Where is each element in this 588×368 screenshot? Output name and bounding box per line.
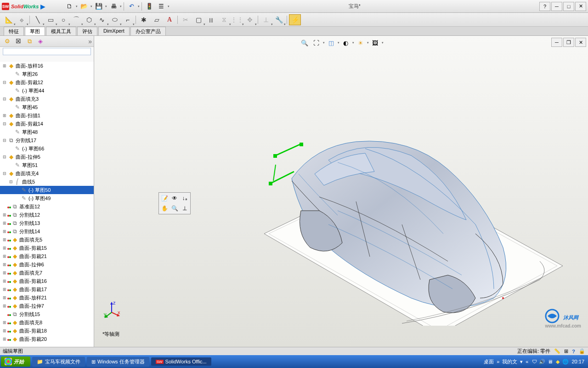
feature-tree[interactable]: ⊞◆曲面-放样16✎草图26⊟◆曲面-剪裁12✎(-) 草图44⊟◆曲面填充3✎… (0, 62, 94, 347)
tray-desktop-link[interactable]: 桌面 (484, 358, 494, 365)
text-icon[interactable]: A (164, 14, 175, 25)
property-manager-tab-icon[interactable]: ☒ (13, 37, 24, 46)
menu-arrow-icon[interactable]: ▶ (40, 3, 45, 10)
spline-icon[interactable]: ∿▾ (96, 14, 108, 25)
print-icon[interactable]: 🖶 (108, 1, 119, 12)
tree-item[interactable]: ⊟◆曲面填充4 (0, 169, 94, 178)
ctx-edit-sketch-icon[interactable]: 📝 (160, 194, 169, 203)
ctx-hand-icon[interactable]: ✋ (160, 204, 169, 213)
sketch-icon[interactable]: 📐▾ (3, 14, 15, 25)
tree-item[interactable]: ⊞◆曲面-放样21 (0, 293, 94, 302)
pattern-icon[interactable]: ⋮⋮▾ (231, 14, 243, 25)
status-grid-icon[interactable]: ⊞ (564, 348, 568, 354)
tree-item[interactable]: ✎(-) 草图49 (0, 194, 94, 202)
start-button[interactable]: 开始 (1, 356, 30, 367)
arc-icon[interactable]: ⌒▾ (70, 14, 82, 25)
tree-item[interactable]: ⊞◆曲面-剪裁17 (0, 285, 94, 293)
point-icon[interactable]: ✱ (138, 14, 150, 25)
status-lock-icon[interactable]: 🔒 (579, 348, 585, 354)
orientation-triad-icon[interactable]: z x y (102, 301, 121, 319)
repair-icon[interactable]: 🔧▾ (273, 14, 285, 25)
tree-item[interactable]: ⊞◆曲面-拉伸7 (0, 302, 94, 310)
panel-expand-icon[interactable]: » (88, 38, 92, 45)
command-tab[interactable]: 草图 (25, 27, 45, 35)
view-orientation-icon[interactable]: ◫ (326, 38, 337, 48)
tray-expand-icon[interactable]: « (526, 359, 528, 364)
rectangle-icon[interactable]: ▭▾ (45, 14, 57, 25)
convert-icon[interactable]: ▢▾ (192, 14, 204, 25)
tree-item[interactable]: ⊟⎛曲线5 (0, 178, 94, 186)
trim-icon[interactable]: ✂ (180, 14, 192, 25)
tray-volume-icon[interactable]: 🔊 (539, 358, 545, 365)
tree-item[interactable]: ⊞◆曲面填充8 (0, 318, 94, 327)
save-icon[interactable]: 💾 (93, 1, 104, 12)
vp-close-button[interactable]: ✕ (575, 38, 586, 47)
tree-item[interactable]: ⊞◆曲面-拉伸6 (0, 260, 94, 269)
tree-item[interactable]: ⧉分割线15 (0, 310, 94, 318)
move-icon[interactable]: ✥▾ (244, 14, 256, 25)
tree-item[interactable]: ⊞◆曲面-剪裁20 (0, 335, 94, 343)
tree-item[interactable]: ⊞◆曲面填充7 (0, 269, 94, 277)
tree-item[interactable]: ⊞⧉分割线13 (0, 219, 94, 227)
appearance-icon[interactable]: 🖼 (370, 38, 381, 48)
tree-item[interactable]: ⊞◆曲面-剪裁15 (0, 244, 94, 252)
tray-display-icon[interactable]: 🖥 (547, 358, 553, 365)
taskbar-item[interactable]: 📁宝马车视频文件 (32, 357, 85, 367)
command-tab[interactable]: 特征 (4, 27, 24, 35)
tray-shield-icon[interactable]: 🛡 (531, 358, 537, 365)
polygon-icon[interactable]: ⬡▾ (83, 14, 95, 25)
zoom-fit-icon[interactable]: 🔍 (299, 38, 310, 48)
new-icon[interactable]: 🗋 (64, 1, 75, 12)
tree-item[interactable]: ⊟◆曲面填充3 (0, 95, 94, 103)
tree-item[interactable]: ✎草图51 (0, 161, 94, 169)
tree-item[interactable]: ⊟⧉分割线17 (0, 136, 94, 144)
open-icon[interactable]: 📂 (79, 1, 90, 12)
status-help-icon[interactable]: ? (572, 349, 575, 354)
line-icon[interactable]: ╲▾ (32, 14, 44, 25)
zoom-area-icon[interactable]: ⛶ (311, 38, 322, 48)
relation-icon[interactable]: ⊥▾ (260, 14, 272, 25)
tree-item[interactable]: ⊞⧉分割线14 (0, 227, 94, 236)
maximize-button[interactable]: □ (563, 2, 574, 11)
smart-dim-icon[interactable]: ⟐▾ (16, 14, 28, 25)
undo-icon[interactable]: ↶ (126, 1, 137, 12)
command-tab[interactable]: 评估 (77, 27, 97, 35)
ctx-ref-icon[interactable]: ⊥ (180, 204, 189, 213)
tree-item[interactable]: ✎草图48 (0, 128, 94, 136)
scene-icon[interactable]: ☀ (355, 38, 366, 48)
tree-item[interactable]: ⊞◆曲面-放样16 (0, 62, 94, 70)
dimxpert-tab-icon[interactable]: ◈ (35, 37, 46, 46)
traffic-light-icon[interactable]: 🚦 (144, 1, 155, 12)
tree-filter-input[interactable] (3, 48, 91, 55)
tray-mydocs-link[interactable]: 我的文 (502, 358, 517, 365)
tree-item[interactable]: ⊞◆曲面-剪裁21 (0, 252, 94, 260)
taskbar-item[interactable]: SWSolidWorks Offic... (151, 357, 211, 366)
plane-icon[interactable]: ▱ (151, 14, 163, 25)
ctx-zoom-icon[interactable]: 🔍 (170, 204, 179, 213)
tree-item[interactable]: ⊟◆曲面-剪裁12 (0, 78, 94, 86)
ellipse-icon[interactable]: ⬭▾ (109, 14, 121, 25)
close-button[interactable]: ✕ (575, 2, 586, 11)
quick-snap-icon[interactable]: ⚡ (289, 14, 301, 25)
circle-icon[interactable]: ○▾ (57, 14, 69, 25)
tray-app-icon[interactable]: ◆ (554, 358, 561, 365)
tree-item[interactable]: ✎(-) 草图50 (0, 186, 94, 194)
ctx-eye-icon[interactable]: 👁 (170, 194, 179, 203)
options-icon[interactable]: ☰ (156, 1, 167, 12)
command-tab[interactable]: 模具工具 (46, 27, 76, 35)
vp-minimize-button[interactable]: ─ (551, 38, 562, 47)
tree-item[interactable]: ⊞◆曲面-剪裁16 (0, 277, 94, 285)
viewport-3d[interactable]: 🔍 ⛶▾ ◫▾ ◐▾ ☀▾ 🖼▾ ─ ❐ ✕ 📝 👁 ↓ₐ ✋ 🔍 ⊥ (94, 36, 588, 347)
tree-item[interactable]: ⊞◆曲面-剪裁18 (0, 327, 94, 335)
help-button[interactable]: ? (539, 2, 550, 11)
links-icon[interactable]: » (497, 359, 499, 364)
vp-restore-button[interactable]: ❐ (563, 38, 574, 47)
tree-item[interactable]: ⧉基准面12 (0, 202, 94, 211)
tree-item[interactable]: ⊟◆曲面-拉伸5 (0, 153, 94, 161)
display-style-icon[interactable]: ◐ (340, 38, 351, 48)
fillet-icon[interactable]: ⌐▾ (122, 14, 134, 25)
tree-item[interactable]: ✎(-) 草图44 (0, 86, 94, 95)
tree-item[interactable]: ⊞◆曲面填充5 (0, 236, 94, 244)
tree-item[interactable]: ✎(-) 草图66 (0, 144, 94, 153)
ctx-normal-to-icon[interactable]: ↓ₐ (180, 194, 189, 203)
